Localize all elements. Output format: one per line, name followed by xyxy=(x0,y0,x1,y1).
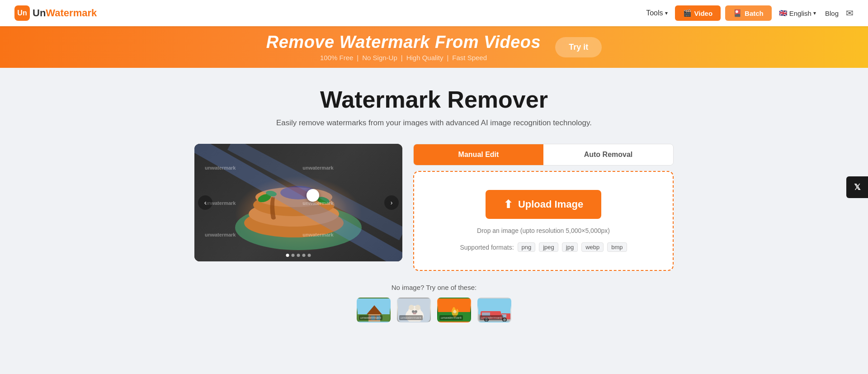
language-label: English xyxy=(789,9,811,17)
sample-images-section: No image? Try one of these: unwatermark xyxy=(194,284,674,322)
lang-chevron-icon: ▾ xyxy=(813,10,816,16)
edit-tabs: Manual Edit Auto Removal xyxy=(413,144,674,166)
logo-icon: Un xyxy=(14,5,30,21)
format-webp: webp xyxy=(581,242,604,252)
batch-label: Batch xyxy=(745,9,764,17)
upload-formats: Supported formats: png jpeg jpg webp bmp xyxy=(460,242,627,252)
tools-chevron-icon: ▾ xyxy=(665,10,668,16)
navbar: Un UnWatermark Tools ▾ 🎬 Video 🎴 Batch 🇬… xyxy=(0,0,868,26)
format-bmp: bmp xyxy=(607,242,627,252)
svg-point-21 xyxy=(415,305,420,310)
svg-point-24 xyxy=(413,312,416,314)
carousel-prev-button[interactable]: ‹ xyxy=(198,195,212,210)
drag-handle[interactable] xyxy=(307,189,319,202)
format-png: png xyxy=(518,242,536,252)
truck-wm-label: unwatermark xyxy=(480,315,503,320)
mail-icon: ✉ xyxy=(846,8,854,18)
page-title: Watermark Remover xyxy=(194,86,674,113)
image-carousel: unwatermark unwatermark unwatermark unwa… xyxy=(194,144,402,261)
mail-button[interactable]: ✉ xyxy=(846,8,854,19)
sample-image-house[interactable]: unwatermark xyxy=(357,298,391,322)
carousel-dots xyxy=(286,254,311,257)
x-icon: 𝕏 xyxy=(854,182,861,192)
banner-try-button[interactable]: Try it xyxy=(555,37,602,57)
banner-feature-quality: High Quality xyxy=(406,54,443,62)
carousel-dot-1[interactable] xyxy=(286,254,289,257)
page-subtitle: Easily remove watermarks from your image… xyxy=(194,118,674,128)
logo[interactable]: Un UnWatermark xyxy=(14,5,97,21)
flag-icon: 🇬🇧 xyxy=(779,9,788,17)
banner-subtitle: 100% Free | No Sign-Up | High Quality | … xyxy=(320,54,487,62)
carousel-dot-3[interactable] xyxy=(297,254,300,257)
x-social-button[interactable]: 𝕏 xyxy=(846,176,868,198)
sample-label: No image? Try one of these: xyxy=(194,284,674,291)
watermark-text-4: unwatermark xyxy=(302,200,333,206)
format-jpeg: jpeg xyxy=(539,242,558,252)
watermark-text-5: unwatermark xyxy=(205,232,236,237)
banner-content: Remove Watermark From Videos 100% Free |… xyxy=(266,33,541,62)
banner-feature-nosignup: No Sign-Up xyxy=(362,54,397,62)
upload-arrow-icon: ⬆ xyxy=(504,198,513,211)
house-wm-label: unwatermark xyxy=(359,315,382,320)
banner-divider-2: | xyxy=(401,54,403,62)
carousel-inner: unwatermark unwatermark unwatermark unwa… xyxy=(194,144,402,261)
preview-image: unwatermark unwatermark unwatermark unwa… xyxy=(194,144,402,261)
promo-banner: Remove Watermark From Videos 100% Free |… xyxy=(0,26,868,68)
tab-manual-edit[interactable]: Manual Edit xyxy=(414,144,543,165)
sample-image-bear[interactable]: unwatermark xyxy=(397,298,431,322)
watermark-text-2: unwatermark xyxy=(302,165,333,170)
video-button[interactable]: 🎬 Video xyxy=(675,5,721,21)
batch-button[interactable]: 🎴 Batch xyxy=(725,5,772,21)
watermark-text-1: unwatermark xyxy=(205,165,236,170)
sample-image-fire[interactable]: unwatermark xyxy=(437,298,471,322)
blog-link[interactable]: Blog xyxy=(825,9,839,17)
tab-auto-removal[interactable]: Auto Removal xyxy=(543,144,673,165)
carousel-dot-5[interactable] xyxy=(308,254,311,257)
logo-text: UnWatermark xyxy=(33,7,97,19)
banner-divider-3: | xyxy=(447,54,448,62)
tool-area: unwatermark unwatermark unwatermark unwa… xyxy=(194,144,674,271)
upload-drop-info: Drop an image (upto resolution 5,000×5,0… xyxy=(477,227,610,234)
video-camera-icon: 🎬 xyxy=(683,9,692,17)
upload-dropzone[interactable]: ⬆ Upload Image Drop an image (upto resol… xyxy=(413,171,674,271)
banner-feature-speed: Fast Speed xyxy=(452,54,487,62)
format-jpg: jpg xyxy=(562,242,578,252)
bear-wm-label: unwatermark xyxy=(399,315,423,320)
fire-wm-label: unwatermark xyxy=(439,315,463,320)
batch-layers-icon: 🎴 xyxy=(733,9,742,17)
tools-menu-button[interactable]: Tools ▾ xyxy=(646,9,667,17)
upload-image-button[interactable]: ⬆ Upload Image xyxy=(486,190,601,219)
svg-point-20 xyxy=(409,305,414,310)
upload-panel: Manual Edit Auto Removal ⬆ Upload Image … xyxy=(413,144,674,271)
sample-image-truck[interactable]: unwatermark xyxy=(477,298,511,322)
banner-title: Remove Watermark From Videos xyxy=(266,33,541,52)
video-label: Video xyxy=(694,9,713,17)
tools-label: Tools xyxy=(646,9,663,17)
carousel-dot-4[interactable] xyxy=(302,254,306,257)
svg-point-36 xyxy=(503,318,506,321)
carousel-next-button[interactable]: › xyxy=(384,195,399,210)
language-selector[interactable]: 🇬🇧 English ▾ xyxy=(779,9,816,17)
banner-divider-1: | xyxy=(357,54,359,62)
main-content: Watermark Remover Easily remove watermar… xyxy=(185,68,683,331)
banner-feature-free: 100% Free xyxy=(320,54,353,62)
formats-label: Supported formats: xyxy=(460,244,514,251)
watermark-text-6: unwatermark xyxy=(302,232,333,237)
sample-images-row: unwatermark unwatermark xyxy=(194,298,674,322)
carousel-dot-2[interactable] xyxy=(292,254,295,257)
